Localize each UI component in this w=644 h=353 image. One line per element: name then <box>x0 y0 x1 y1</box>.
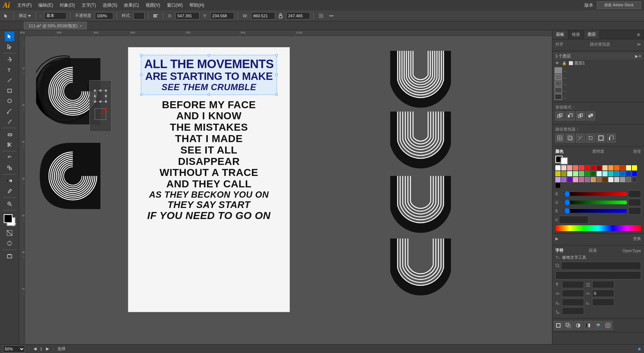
zoom-select[interactable]: 50% 100% 200% <box>3 345 25 353</box>
tool-scissors[interactable] <box>5 140 14 149</box>
search-stock-button[interactable]: 搜索 Adobe Stock <box>597 1 641 9</box>
swatch-dk-yellow[interactable] <box>555 171 561 176</box>
font-style-input[interactable]: Regular <box>555 271 641 279</box>
transform-panel-btn[interactable] <box>564 321 573 330</box>
path-crop-btn[interactable] <box>586 134 595 142</box>
g-value-input[interactable]: 0 <box>628 199 641 206</box>
h-scale-input[interactable]: 100% <box>562 299 584 306</box>
tool-rotate[interactable] <box>5 153 14 162</box>
menu-view[interactable]: 视图(V) <box>143 1 163 9</box>
swatch-light-red[interactable] <box>567 165 572 170</box>
bg-color-swatch[interactable] <box>561 157 568 165</box>
tool-line[interactable] <box>5 75 14 85</box>
swatch-med-blue[interactable] <box>626 171 631 176</box>
menu-effect[interactable]: 效果(C) <box>121 1 142 9</box>
swatch-gray[interactable] <box>614 177 619 182</box>
tool-none[interactable] <box>5 228 14 238</box>
gradient-bar[interactable] <box>555 225 641 231</box>
swatch-blue-teal[interactable] <box>614 171 619 176</box>
kerning-input[interactable] <box>592 290 614 297</box>
shape-minus-btn[interactable] <box>566 112 574 120</box>
sel-handle-tr[interactable] <box>275 54 278 56</box>
tool-brush[interactable] <box>5 106 14 116</box>
text-tool-label[interactable]: 修饰文字工具 <box>562 255 586 260</box>
transform-widget[interactable] <box>89 80 111 132</box>
tool-eyedropper[interactable] <box>5 186 14 196</box>
tool-rect[interactable] <box>5 86 14 95</box>
sel-handle-ml[interactable] <box>140 74 142 76</box>
path-merge-btn[interactable] <box>576 134 585 142</box>
menu-help[interactable]: 帮助(H) <box>186 1 207 9</box>
swatch-red[interactable] <box>579 165 584 170</box>
mode-selector[interactable]: 摘边 <box>17 12 32 19</box>
sel-handle-tm[interactable] <box>208 54 210 56</box>
swatch-burnt[interactable] <box>620 165 625 170</box>
b-slider[interactable] <box>564 209 627 213</box>
tool-pencil[interactable] <box>5 117 14 126</box>
tool-type[interactable]: T <box>5 65 14 75</box>
swatch-peach[interactable] <box>602 165 608 170</box>
sel-handle-tl[interactable] <box>140 54 142 56</box>
tool-scale[interactable] <box>5 163 14 173</box>
file-tab[interactable]: 111.ai* @ 50% (RGB/预览) × <box>24 22 87 30</box>
font-name-input[interactable]: Impact <box>561 262 641 270</box>
swatch-cyan-light[interactable] <box>602 171 608 176</box>
swatch-yellow[interactable] <box>632 165 637 170</box>
font-size-input[interactable]: 75 pt <box>562 281 584 288</box>
swatch-olive[interactable] <box>561 171 566 176</box>
swatch-teal[interactable] <box>608 171 613 176</box>
swatch-tan[interactable] <box>591 177 596 182</box>
shape-unite-btn[interactable] <box>555 112 564 120</box>
menu-window[interactable]: 窗口(W) <box>164 1 186 9</box>
swatch-dk-purple[interactable] <box>567 177 572 182</box>
section-expand-icon[interactable]: ≫ <box>637 42 641 47</box>
tool-pen[interactable] <box>5 55 14 64</box>
tool-swap-colors[interactable] <box>5 239 14 248</box>
color-panel-btn[interactable] <box>594 321 602 330</box>
shape-intersect-btn[interactable] <box>576 112 585 120</box>
g-slider[interactable] <box>564 201 627 204</box>
h-input[interactable] <box>286 12 310 20</box>
b-value-input[interactable]: 0 <box>628 207 641 215</box>
sel-handle-bm[interactable] <box>208 93 210 96</box>
x-input[interactable] <box>175 12 199 20</box>
tracking-input[interactable]: 自动 <box>562 290 584 297</box>
swatch-lt-yellow[interactable] <box>626 165 631 170</box>
layer-lock-icon[interactable]: 🔒 <box>562 61 567 65</box>
transform-tools[interactable] <box>317 13 325 19</box>
sel-handle-br[interactable] <box>275 93 278 96</box>
swatch-med-green[interactable] <box>579 171 584 176</box>
page-forward[interactable]: ▶ <box>46 346 49 351</box>
baseline-input[interactable]: 自动 <box>562 307 584 315</box>
swatch-dk-green[interactable] <box>591 171 596 176</box>
canvas-area[interactable]: ALL THE MOVEMENTS ARE STARTING TO MAKE S… <box>25 36 552 344</box>
stroke-panel-btn[interactable] <box>554 321 563 330</box>
sel-handle-mr[interactable] <box>275 74 278 76</box>
swatch-dkr-gray[interactable] <box>632 177 637 182</box>
w-input[interactable] <box>251 12 275 20</box>
constrain-icon[interactable] <box>277 13 284 19</box>
r-slider[interactable] <box>564 192 627 196</box>
layer-options-icon[interactable]: ≡ <box>639 54 641 58</box>
swatch-magenta[interactable] <box>579 177 584 182</box>
swatch-brown[interactable] <box>597 177 602 182</box>
swatch-med-gray[interactable] <box>620 177 625 182</box>
tool-direct-select[interactable] <box>5 42 14 52</box>
tab-layers[interactable]: 图层 <box>584 30 600 39</box>
foreground-color[interactable] <box>4 214 13 223</box>
selected-text-block[interactable]: ALL THE MOVEMENTS ARE STARTING TO MAKE S… <box>141 55 277 95</box>
tool-zoom[interactable] <box>5 199 14 209</box>
more-tools[interactable] <box>327 13 335 19</box>
swatch-pink[interactable] <box>561 165 566 170</box>
r-value-input[interactable]: 0 <box>628 190 641 198</box>
align-tools[interactable] <box>152 13 160 19</box>
opacity-panel-btn[interactable] <box>574 321 583 330</box>
sel-handle-bl[interactable] <box>140 93 142 96</box>
swatch-blue[interactable] <box>620 171 625 176</box>
swatch-lt-gray[interactable] <box>608 177 613 182</box>
layer-item-1[interactable]: 👁 🔒 ⬜ 图层1 <box>554 60 643 67</box>
stroke-width-input[interactable] <box>45 12 67 20</box>
shape-exclude-btn[interactable] <box>586 112 595 120</box>
appearance-panel-btn[interactable] <box>604 321 612 330</box>
tool-ellipse[interactable] <box>5 96 14 106</box>
